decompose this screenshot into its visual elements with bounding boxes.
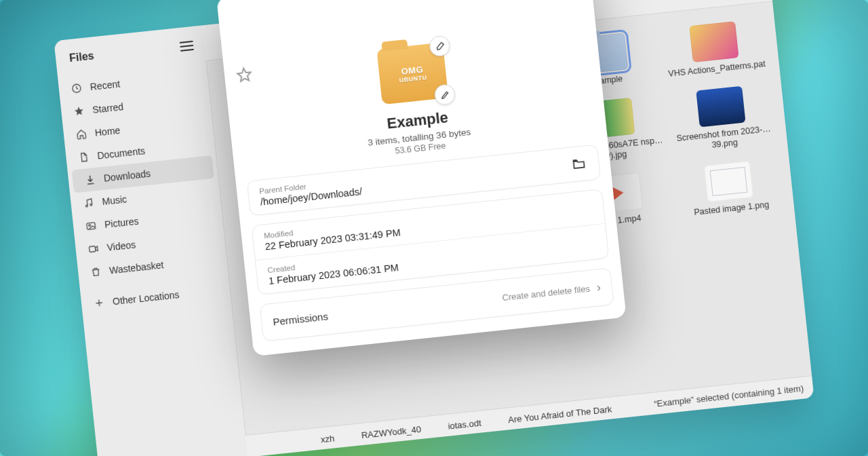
svg-rect-5 [89, 246, 95, 252]
file-thumbnail [704, 161, 753, 202]
sidebar-item-label: Starred [92, 101, 124, 115]
permissions-label: Permissions [273, 310, 329, 327]
star-icon [73, 105, 85, 117]
permissions-value: Create and delete files [502, 284, 591, 303]
favorite-star-button[interactable] [235, 65, 254, 85]
sidebar-item-label: Home [94, 125, 121, 138]
download-icon [84, 174, 96, 186]
document-icon [78, 151, 90, 164]
video-icon [87, 243, 100, 255]
sidebar-item-label: Videos [106, 239, 136, 252]
sidebar-item-label: Recent [90, 79, 121, 93]
svg-point-4 [89, 225, 91, 227]
eraser-icon [434, 41, 445, 52]
hamburger-menu-icon[interactable] [179, 39, 194, 54]
edit-icon-button[interactable] [433, 83, 456, 106]
grid-item-file[interactable]: Pasted image 1.png [673, 153, 787, 224]
folder-large-icon: OMG UBUNTU [376, 42, 448, 104]
plus-icon [93, 297, 105, 309]
sidebar-item-label: Downloads [103, 168, 151, 184]
music-icon [83, 197, 95, 210]
open-parent-button[interactable] [569, 154, 589, 174]
open-folder-icon [572, 156, 587, 171]
sidebar-item-label: Pictures [104, 216, 139, 230]
sidebar-item-label: Music [102, 193, 127, 207]
sidebar-item-label: Wastebasket [108, 259, 164, 276]
grid-item-label: Pasted image 1.png [694, 200, 770, 218]
svg-point-1 [85, 205, 87, 207]
svg-rect-3 [87, 223, 96, 230]
file-thumbnail [689, 21, 738, 62]
grid-item-label: Screenshot from 2023-…39.png [673, 124, 775, 155]
trash-icon [90, 266, 102, 278]
pencil-icon [439, 89, 450, 100]
grid-item-label: xzh [320, 433, 335, 444]
chevron-right-icon: › [596, 280, 601, 295]
sidebar-item-label: Other Locations [112, 289, 180, 307]
file-thumbnail [696, 86, 745, 127]
properties-dialog: OMG UBUNTU Example 3 items, totalling 36… [216, 0, 626, 356]
clock-icon [71, 82, 83, 94]
sidebar-item-label: Documents [97, 145, 146, 161]
svg-point-2 [90, 204, 92, 206]
grid-item-file[interactable]: Screenshot from 2023-…39.png [665, 79, 780, 159]
home-icon [75, 128, 87, 140]
item-name: Example [386, 109, 449, 132]
picture-icon [85, 220, 97, 232]
grid-item-label: VHS Actions_Patterns.pat [668, 59, 766, 80]
folder-brand-label: OMG UBUNTU [398, 64, 427, 83]
grid-item-file[interactable]: VHS Actions_Patterns.pat [658, 14, 772, 84]
app-title: Files [68, 50, 94, 64]
star-outline-icon [235, 65, 254, 85]
